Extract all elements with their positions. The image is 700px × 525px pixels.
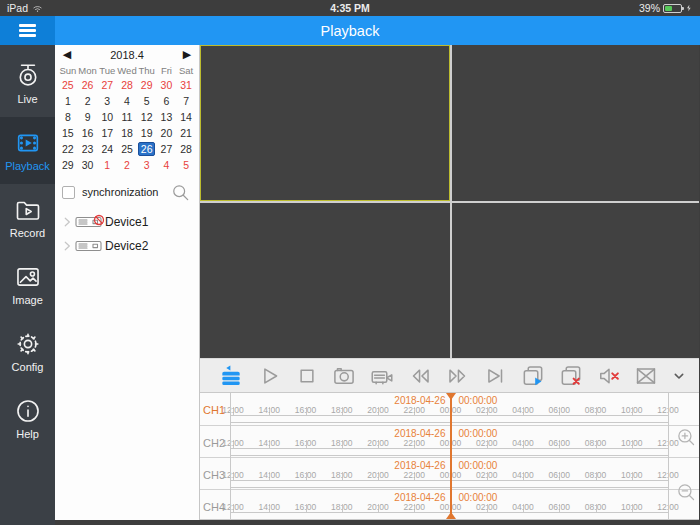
record-button[interactable]: [367, 362, 397, 390]
calendar-day[interactable]: 28: [117, 77, 137, 93]
calendar-day[interactable]: 19: [137, 125, 157, 141]
calendar-day[interactable]: 14: [176, 109, 196, 125]
next-month-icon[interactable]: ▶: [178, 47, 196, 62]
fast-forward-button[interactable]: [443, 362, 473, 390]
calendar-day[interactable]: 3: [137, 157, 157, 173]
calendar-day[interactable]: 3: [97, 93, 117, 109]
frame-step-button[interactable]: [480, 362, 510, 390]
calendar-day[interactable]: 2: [78, 93, 98, 109]
calendar-day-label: 28: [118, 78, 135, 92]
chevron-right-icon[interactable]: [60, 239, 74, 253]
calendar-day[interactable]: 30: [78, 157, 98, 173]
nav-sidebar: LivePlaybackRecordImageConfigHelp: [0, 45, 55, 525]
calendar-day-label: 26: [79, 78, 96, 92]
chevron-right-icon[interactable]: [60, 215, 74, 229]
calendar-day[interactable]: 26: [78, 77, 98, 93]
sidebar-item-config[interactable]: Config: [0, 318, 55, 385]
tick-label: 18:00: [331, 470, 352, 480]
calendar-day[interactable]: 7: [176, 93, 196, 109]
calendar-day[interactable]: 23: [78, 141, 98, 157]
calendar-day[interactable]: 27: [97, 77, 117, 93]
sidebar-item-live[interactable]: Live: [0, 50, 55, 117]
calendar-day[interactable]: 1: [58, 93, 78, 109]
calendar-day[interactable]: 25: [117, 141, 137, 157]
synchronization-checkbox[interactable]: [62, 186, 75, 199]
tick-label: 02:00: [476, 470, 497, 480]
calendar-day[interactable]: 20: [157, 125, 177, 141]
zoom-out-icon[interactable]: [675, 481, 697, 503]
search-icon[interactable]: [170, 182, 191, 203]
calendar-day[interactable]: 24: [97, 141, 117, 157]
tick-label: 06:00: [549, 502, 570, 512]
calendar-day-label: 21: [178, 126, 195, 140]
calendar-day-label: 9: [79, 110, 96, 124]
calendar-day[interactable]: 29: [58, 157, 78, 173]
title-bar: Playback: [0, 16, 700, 45]
video-pane-1[interactable]: [200, 45, 450, 201]
calendar-weekday: Tue: [97, 63, 117, 77]
tick-label: 12:00: [222, 438, 243, 448]
rewind-button[interactable]: [405, 362, 435, 390]
device-row[interactable]: Device1: [55, 210, 199, 234]
calendar-day[interactable]: 21: [176, 125, 196, 141]
calendar-day[interactable]: 10: [97, 109, 117, 125]
calendar-day[interactable]: 31: [176, 77, 196, 93]
calendar-day[interactable]: 11: [117, 109, 137, 125]
sidebar-item-record[interactable]: Record: [0, 184, 55, 251]
calendar-day[interactable]: 13: [157, 109, 177, 125]
close-channel-button[interactable]: [631, 362, 661, 390]
calendar-day-label: 19: [138, 126, 155, 140]
calendar-day[interactable]: 2: [117, 157, 137, 173]
calendar-day[interactable]: 9: [78, 109, 98, 125]
calendar-day[interactable]: 6: [157, 93, 177, 109]
calendar-day[interactable]: 28: [176, 141, 196, 157]
playhead-handle-bottom[interactable]: [446, 512, 456, 519]
calendar-day[interactable]: 29: [137, 77, 157, 93]
sidebar-item-image[interactable]: Image: [0, 251, 55, 318]
snapshot-button[interactable]: [329, 362, 359, 390]
calendar-day[interactable]: 4: [157, 157, 177, 173]
zoom-in-icon[interactable]: [675, 426, 697, 448]
sidebar-item-label: Config: [12, 361, 44, 373]
calendar-day[interactable]: 30: [157, 77, 177, 93]
calendar-day[interactable]: 16: [78, 125, 98, 141]
calendar-day[interactable]: 5: [176, 157, 196, 173]
calendar-day[interactable]: 15: [58, 125, 78, 141]
device-list-button[interactable]: [216, 362, 246, 390]
play-all-button[interactable]: [518, 362, 548, 390]
device-row[interactable]: Device2: [55, 234, 199, 258]
sidebar-item-help[interactable]: Help: [0, 385, 55, 452]
calendar-day[interactable]: 5: [137, 93, 157, 109]
playhead-line[interactable]: [450, 393, 452, 519]
calendar-day[interactable]: 17: [97, 125, 117, 141]
video-pane-4[interactable]: [452, 203, 699, 358]
video-pane-3[interactable]: [200, 203, 450, 358]
calendar-day[interactable]: 26: [137, 141, 157, 157]
tick-label: 22:00: [404, 438, 425, 448]
calendar-day[interactable]: 27: [157, 141, 177, 157]
tick-label: 08:00: [585, 502, 606, 512]
video-pane-2[interactable]: [452, 45, 699, 201]
calendar-day[interactable]: 22: [58, 141, 78, 157]
stop-button[interactable]: [292, 362, 322, 390]
calendar-weekday: Mon: [78, 63, 98, 77]
calendar-day[interactable]: 18: [117, 125, 137, 141]
play-button[interactable]: [254, 362, 284, 390]
tick-label: 18:00: [331, 405, 352, 415]
calendar-day[interactable]: 8: [58, 109, 78, 125]
sidebar-item-playback[interactable]: Playback: [0, 117, 55, 184]
prev-month-icon[interactable]: ◀: [58, 47, 76, 62]
calendar-day[interactable]: 1: [97, 157, 117, 173]
calendar-day[interactable]: 25: [58, 77, 78, 93]
playhead-handle-top[interactable]: [446, 393, 456, 400]
calendar-day-label: 2: [79, 94, 96, 108]
tick-label: 10:00: [621, 438, 642, 448]
calendar-day[interactable]: 4: [117, 93, 137, 109]
config-gear-icon: [14, 330, 42, 358]
video-grid: [200, 45, 699, 358]
mute-button[interactable]: [594, 362, 624, 390]
calendar-day[interactable]: 12: [137, 109, 157, 125]
collapse-toolbar-button[interactable]: [669, 362, 689, 390]
calendar-day-label: 1: [59, 94, 76, 108]
close-all-button[interactable]: [556, 362, 586, 390]
